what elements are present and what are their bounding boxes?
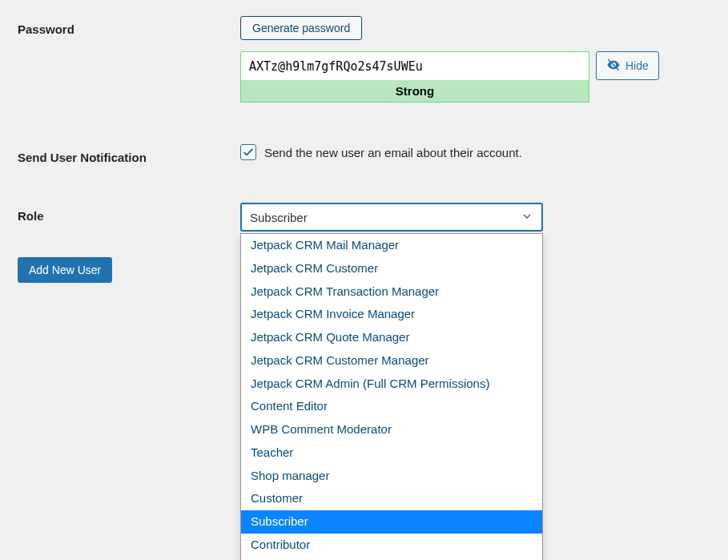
notification-checkbox[interactable]: [240, 144, 256, 160]
hide-button-label: Hide: [625, 59, 649, 72]
notification-field: Send the new user an email about their a…: [240, 144, 728, 160]
role-select-wrap: Subscriber Jetpack CRM Mail ManagerJetpa…: [240, 203, 543, 232]
role-selected-value: Subscriber: [250, 211, 308, 224]
check-icon: [242, 146, 255, 159]
role-option[interactable]: Jetpack CRM Admin (Full CRM Permissions): [241, 373, 542, 396]
password-field-col: Generate password Strong Hide: [240, 16, 728, 103]
password-input[interactable]: [240, 51, 589, 80]
role-option[interactable]: Subscriber: [241, 510, 542, 534]
generate-password-button[interactable]: Generate password: [240, 16, 362, 40]
role-option[interactable]: Jetpack CRM Customer Manager: [241, 349, 542, 373]
role-option[interactable]: Jetpack CRM Quote Manager: [241, 326, 542, 349]
role-dropdown[interactable]: Jetpack CRM Mail ManagerJetpack CRM Cust…: [240, 233, 543, 560]
role-option[interactable]: Jetpack CRM Invoice Manager: [241, 303, 542, 326]
chevron-down-icon: [521, 210, 533, 225]
eye-slash-icon: [606, 58, 621, 75]
password-strength-meter: Strong: [240, 80, 589, 103]
role-label: Role: [18, 203, 240, 223]
password-row: Password Generate password Strong Hide: [18, 16, 728, 103]
role-option[interactable]: Author: [241, 557, 542, 561]
role-option[interactable]: Jetpack CRM Transaction Manager: [241, 280, 542, 304]
role-option[interactable]: Jetpack CRM Customer: [241, 257, 542, 280]
role-option[interactable]: Contributor: [241, 534, 542, 557]
notification-row: Send User Notification Send the new user…: [18, 144, 728, 164]
notification-description: Send the new user an email about their a…: [264, 146, 522, 159]
role-option[interactable]: Jetpack CRM Mail Manager: [241, 234, 542, 257]
add-new-user-button[interactable]: Add New User: [18, 257, 112, 283]
role-option[interactable]: Teacher: [241, 441, 542, 465]
role-option[interactable]: Shop manager: [241, 465, 542, 488]
role-option[interactable]: Content Editor: [241, 395, 542, 418]
role-option[interactable]: WPB Comment Moderator: [241, 418, 542, 441]
role-select[interactable]: Subscriber: [240, 203, 543, 232]
hide-password-button[interactable]: Hide: [596, 51, 659, 80]
password-wrap: Strong Hide: [240, 51, 728, 103]
role-field: Subscriber Jetpack CRM Mail ManagerJetpa…: [240, 203, 728, 232]
password-label: Password: [18, 16, 240, 36]
password-input-stack: Strong: [240, 51, 589, 103]
role-option[interactable]: Customer: [241, 487, 542, 510]
role-row: Role Subscriber Jetpack CRM Mail Manager…: [18, 203, 728, 232]
notification-label: Send User Notification: [18, 144, 240, 164]
